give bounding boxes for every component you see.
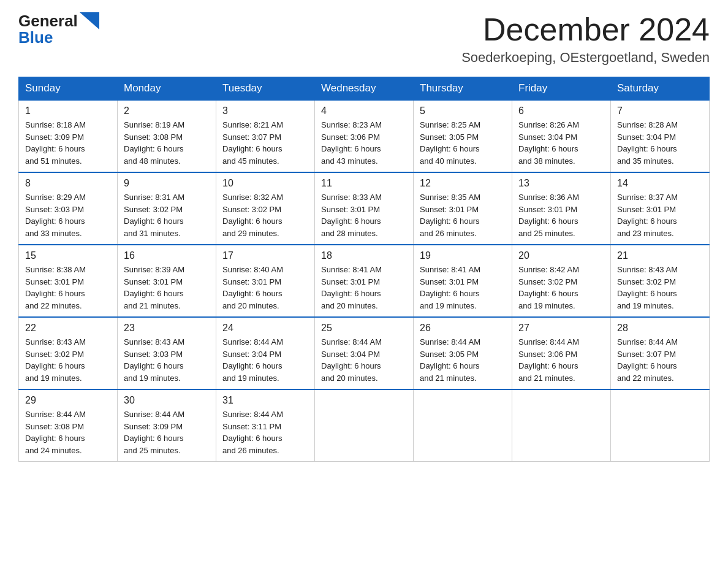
weekday-header-friday: Friday xyxy=(512,77,611,101)
week-row-2: 8Sunrise: 8:29 AMSunset: 3:03 PMDaylight… xyxy=(19,172,710,245)
weekday-header-thursday: Thursday xyxy=(414,77,512,101)
day-info: Sunrise: 8:32 AMSunset: 3:02 PMDaylight:… xyxy=(222,191,308,239)
day-cell-2: 2Sunrise: 8:19 AMSunset: 3:08 PMDaylight… xyxy=(118,100,216,172)
location-title: Soederkoeping, OEstergoetland, Sweden xyxy=(461,50,710,66)
day-cell-8: 8Sunrise: 8:29 AMSunset: 3:03 PMDaylight… xyxy=(19,172,118,245)
day-cell-30: 30Sunrise: 8:44 AMSunset: 3:09 PMDayligh… xyxy=(118,389,216,462)
day-info: Sunrise: 8:39 AMSunset: 3:01 PMDaylight:… xyxy=(124,264,210,312)
day-number: 18 xyxy=(321,250,407,261)
day-cell-31: 31Sunrise: 8:44 AMSunset: 3:11 PMDayligh… xyxy=(216,389,315,462)
weekday-header-wednesday: Wednesday xyxy=(315,77,414,101)
day-number: 22 xyxy=(25,323,111,334)
title-area: December 2024 Soederkoeping, OEstergoetl… xyxy=(461,12,710,66)
day-info: Sunrise: 8:44 AMSunset: 3:08 PMDaylight:… xyxy=(25,408,111,456)
day-info: Sunrise: 8:42 AMSunset: 3:02 PMDaylight:… xyxy=(518,264,604,312)
day-info: Sunrise: 8:19 AMSunset: 3:08 PMDaylight:… xyxy=(124,119,210,167)
day-number: 16 xyxy=(124,250,210,261)
day-cell-10: 10Sunrise: 8:32 AMSunset: 3:02 PMDayligh… xyxy=(216,172,315,245)
day-info: Sunrise: 8:33 AMSunset: 3:01 PMDaylight:… xyxy=(321,191,407,239)
logo-icon xyxy=(80,12,99,29)
day-number: 7 xyxy=(617,105,703,117)
day-number: 11 xyxy=(321,178,407,189)
day-cell-4: 4Sunrise: 8:23 AMSunset: 3:06 PMDaylight… xyxy=(315,100,414,172)
day-cell-14: 14Sunrise: 8:37 AMSunset: 3:01 PMDayligh… xyxy=(611,172,710,245)
day-info: Sunrise: 8:26 AMSunset: 3:04 PMDaylight:… xyxy=(518,119,604,167)
empty-cell xyxy=(512,389,611,462)
day-number: 12 xyxy=(420,178,506,189)
day-info: Sunrise: 8:40 AMSunset: 3:01 PMDaylight:… xyxy=(222,264,308,312)
day-cell-16: 16Sunrise: 8:39 AMSunset: 3:01 PMDayligh… xyxy=(118,245,216,317)
day-info: Sunrise: 8:44 AMSunset: 3:04 PMDaylight:… xyxy=(321,336,407,384)
day-info: Sunrise: 8:44 AMSunset: 3:11 PMDaylight:… xyxy=(222,408,308,456)
day-info: Sunrise: 8:18 AMSunset: 3:09 PMDaylight:… xyxy=(25,119,111,167)
day-number: 20 xyxy=(518,250,604,261)
day-cell-22: 22Sunrise: 8:43 AMSunset: 3:02 PMDayligh… xyxy=(19,317,118,389)
week-row-3: 15Sunrise: 8:38 AMSunset: 3:01 PMDayligh… xyxy=(19,245,710,317)
day-info: Sunrise: 8:41 AMSunset: 3:01 PMDaylight:… xyxy=(420,264,506,312)
weekday-header-monday: Monday xyxy=(118,77,216,101)
day-cell-11: 11Sunrise: 8:33 AMSunset: 3:01 PMDayligh… xyxy=(315,172,414,245)
weekday-header-row: SundayMondayTuesdayWednesdayThursdayFrid… xyxy=(19,77,710,101)
day-cell-13: 13Sunrise: 8:36 AMSunset: 3:01 PMDayligh… xyxy=(512,172,611,245)
day-cell-1: 1Sunrise: 8:18 AMSunset: 3:09 PMDaylight… xyxy=(19,100,118,172)
day-info: Sunrise: 8:43 AMSunset: 3:02 PMDaylight:… xyxy=(617,264,703,312)
day-info: Sunrise: 8:44 AMSunset: 3:09 PMDaylight:… xyxy=(124,408,210,456)
day-cell-25: 25Sunrise: 8:44 AMSunset: 3:04 PMDayligh… xyxy=(315,317,414,389)
day-number: 27 xyxy=(518,323,604,334)
day-number: 26 xyxy=(420,323,506,334)
day-info: Sunrise: 8:37 AMSunset: 3:01 PMDaylight:… xyxy=(617,191,703,239)
week-row-4: 22Sunrise: 8:43 AMSunset: 3:02 PMDayligh… xyxy=(19,317,710,389)
day-info: Sunrise: 8:41 AMSunset: 3:01 PMDaylight:… xyxy=(321,264,407,312)
day-number: 2 xyxy=(124,105,210,117)
day-number: 15 xyxy=(25,250,111,261)
day-cell-6: 6Sunrise: 8:26 AMSunset: 3:04 PMDaylight… xyxy=(512,100,611,172)
day-number: 28 xyxy=(617,323,703,334)
day-info: Sunrise: 8:43 AMSunset: 3:02 PMDaylight:… xyxy=(25,336,111,384)
day-info: Sunrise: 8:44 AMSunset: 3:07 PMDaylight:… xyxy=(617,336,703,384)
day-info: Sunrise: 8:44 AMSunset: 3:06 PMDaylight:… xyxy=(518,336,604,384)
day-info: Sunrise: 8:25 AMSunset: 3:05 PMDaylight:… xyxy=(420,119,506,167)
day-cell-18: 18Sunrise: 8:41 AMSunset: 3:01 PMDayligh… xyxy=(315,245,414,317)
day-cell-23: 23Sunrise: 8:43 AMSunset: 3:03 PMDayligh… xyxy=(118,317,216,389)
day-info: Sunrise: 8:31 AMSunset: 3:02 PMDaylight:… xyxy=(124,191,210,239)
day-cell-3: 3Sunrise: 8:21 AMSunset: 3:07 PMDaylight… xyxy=(216,100,315,172)
day-number: 6 xyxy=(518,105,604,117)
day-number: 24 xyxy=(222,323,308,334)
day-number: 8 xyxy=(25,178,111,189)
day-cell-7: 7Sunrise: 8:28 AMSunset: 3:04 PMDaylight… xyxy=(611,100,710,172)
day-number: 1 xyxy=(25,105,111,117)
day-cell-9: 9Sunrise: 8:31 AMSunset: 3:02 PMDaylight… xyxy=(118,172,216,245)
day-info: Sunrise: 8:21 AMSunset: 3:07 PMDaylight:… xyxy=(222,119,308,167)
day-number: 4 xyxy=(321,105,407,117)
logo-blue-text: Blue xyxy=(18,29,53,45)
day-info: Sunrise: 8:23 AMSunset: 3:06 PMDaylight:… xyxy=(321,119,407,167)
day-number: 29 xyxy=(25,395,111,406)
day-cell-29: 29Sunrise: 8:44 AMSunset: 3:08 PMDayligh… xyxy=(19,389,118,462)
week-row-5: 29Sunrise: 8:44 AMSunset: 3:08 PMDayligh… xyxy=(19,389,710,462)
day-number: 14 xyxy=(617,178,703,189)
day-number: 9 xyxy=(124,178,210,189)
day-number: 13 xyxy=(518,178,604,189)
week-row-1: 1Sunrise: 8:18 AMSunset: 3:09 PMDaylight… xyxy=(19,100,710,172)
page-header: General Blue December 2024 Soederkoeping… xyxy=(18,12,710,66)
day-number: 30 xyxy=(124,395,210,406)
day-info: Sunrise: 8:44 AMSunset: 3:05 PMDaylight:… xyxy=(420,336,506,384)
day-info: Sunrise: 8:28 AMSunset: 3:04 PMDaylight:… xyxy=(617,119,703,167)
day-cell-28: 28Sunrise: 8:44 AMSunset: 3:07 PMDayligh… xyxy=(611,317,710,389)
day-cell-26: 26Sunrise: 8:44 AMSunset: 3:05 PMDayligh… xyxy=(414,317,512,389)
day-cell-15: 15Sunrise: 8:38 AMSunset: 3:01 PMDayligh… xyxy=(19,245,118,317)
day-info: Sunrise: 8:44 AMSunset: 3:04 PMDaylight:… xyxy=(222,336,308,384)
weekday-header-tuesday: Tuesday xyxy=(216,77,315,101)
day-cell-17: 17Sunrise: 8:40 AMSunset: 3:01 PMDayligh… xyxy=(216,245,315,317)
day-cell-5: 5Sunrise: 8:25 AMSunset: 3:05 PMDaylight… xyxy=(414,100,512,172)
day-cell-24: 24Sunrise: 8:44 AMSunset: 3:04 PMDayligh… xyxy=(216,317,315,389)
logo: General Blue xyxy=(18,12,99,45)
day-number: 3 xyxy=(222,105,308,117)
day-info: Sunrise: 8:38 AMSunset: 3:01 PMDaylight:… xyxy=(25,264,111,312)
day-info: Sunrise: 8:35 AMSunset: 3:01 PMDaylight:… xyxy=(420,191,506,239)
empty-cell xyxy=(414,389,512,462)
day-number: 5 xyxy=(420,105,506,117)
day-cell-21: 21Sunrise: 8:43 AMSunset: 3:02 PMDayligh… xyxy=(611,245,710,317)
day-number: 17 xyxy=(222,250,308,261)
logo-general-text: General xyxy=(18,13,78,29)
